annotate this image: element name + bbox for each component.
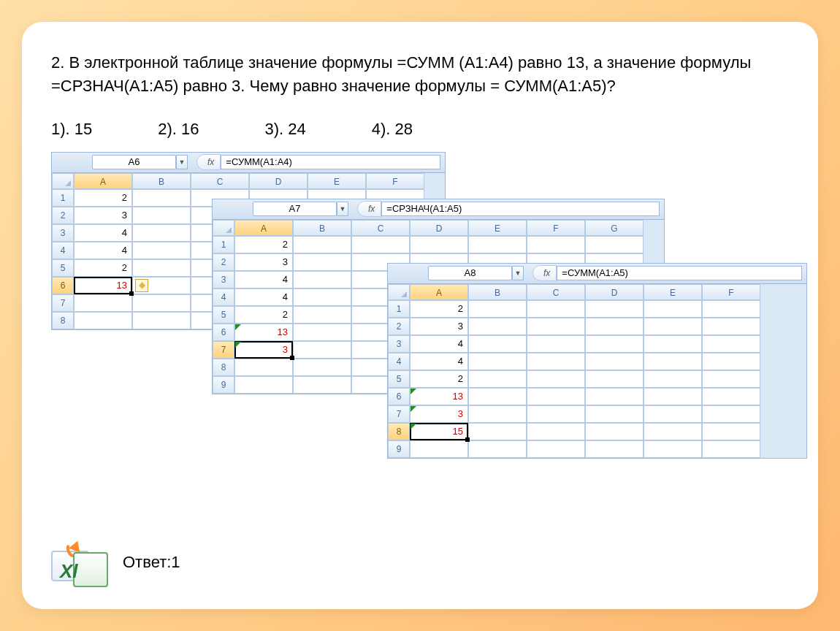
row-header[interactable]: 4 bbox=[52, 242, 74, 259]
cell[interactable] bbox=[293, 236, 351, 253]
cell[interactable]: 4 bbox=[234, 271, 293, 288]
cell[interactable] bbox=[585, 236, 644, 253]
select-all-corner[interactable] bbox=[52, 173, 74, 189]
row-header[interactable]: 8 bbox=[388, 423, 410, 440]
cell[interactable] bbox=[293, 288, 351, 306]
cell[interactable] bbox=[132, 259, 191, 277]
cell[interactable] bbox=[410, 236, 468, 253]
cell[interactable] bbox=[702, 335, 760, 353]
cell[interactable] bbox=[74, 312, 132, 329]
cell[interactable] bbox=[644, 370, 702, 388]
cell[interactable]: 4 bbox=[410, 335, 468, 353]
column-header[interactable]: C bbox=[351, 220, 410, 236]
column-header[interactable]: C bbox=[191, 173, 249, 189]
cell[interactable] bbox=[585, 423, 644, 440]
cell[interactable] bbox=[527, 335, 585, 353]
cell[interactable] bbox=[702, 300, 760, 318]
cell[interactable] bbox=[293, 324, 351, 341]
cell[interactable] bbox=[527, 388, 585, 405]
row-header[interactable]: 8 bbox=[213, 359, 234, 376]
column-header[interactable]: A bbox=[410, 284, 468, 300]
column-header[interactable]: G bbox=[585, 220, 644, 236]
column-header[interactable]: C bbox=[527, 284, 585, 300]
cell[interactable] bbox=[132, 312, 191, 329]
row-header[interactable]: 5 bbox=[388, 370, 410, 388]
cell[interactable] bbox=[468, 370, 527, 388]
fx-button[interactable]: fx bbox=[532, 265, 557, 281]
cell[interactable] bbox=[527, 300, 585, 318]
column-header[interactable]: E bbox=[468, 220, 527, 236]
cell[interactable] bbox=[644, 335, 702, 353]
row-header[interactable]: 1 bbox=[388, 300, 410, 318]
cell[interactable] bbox=[468, 335, 527, 353]
name-box-dropdown-icon[interactable]: ▼ bbox=[512, 266, 524, 280]
name-box-dropdown-icon[interactable]: ▼ bbox=[176, 155, 188, 169]
row-header[interactable]: 3 bbox=[52, 224, 74, 242]
row-header[interactable]: 7 bbox=[213, 341, 234, 359]
column-header[interactable]: F bbox=[702, 284, 760, 300]
select-all-corner[interactable] bbox=[213, 220, 234, 236]
cell[interactable]: 2 bbox=[74, 189, 132, 207]
cell[interactable]: 2 bbox=[410, 300, 468, 318]
row-header[interactable]: 7 bbox=[52, 294, 74, 312]
cell[interactable] bbox=[527, 423, 585, 440]
name-box[interactable]: A8 bbox=[428, 266, 512, 280]
cell[interactable] bbox=[644, 300, 702, 318]
row-header[interactable]: 9 bbox=[213, 376, 234, 394]
name-box-dropdown-icon[interactable]: ▼ bbox=[337, 202, 348, 216]
cell[interactable] bbox=[585, 405, 644, 423]
cell[interactable]: 2 bbox=[234, 306, 293, 324]
cell[interactable] bbox=[585, 388, 644, 405]
cell[interactable]: 3 bbox=[74, 207, 132, 224]
column-header[interactable]: D bbox=[249, 173, 308, 189]
column-header[interactable]: F bbox=[527, 220, 585, 236]
cell[interactable] bbox=[293, 376, 351, 394]
cell[interactable] bbox=[132, 294, 191, 312]
formula-input[interactable]: =СУММ(A1:A5) bbox=[557, 266, 802, 280]
cell[interactable] bbox=[468, 440, 527, 458]
cell[interactable] bbox=[702, 388, 760, 405]
row-header[interactable]: 3 bbox=[213, 271, 234, 288]
cell[interactable]: 3 bbox=[410, 405, 468, 423]
column-header[interactable]: B bbox=[132, 173, 191, 189]
row-header[interactable]: 4 bbox=[213, 288, 234, 306]
formula-input[interactable]: =СУММ(A1:A4) bbox=[221, 155, 440, 169]
cell[interactable]: 2 bbox=[74, 259, 132, 277]
cell[interactable] bbox=[527, 440, 585, 458]
cell[interactable] bbox=[132, 189, 191, 207]
cell[interactable] bbox=[234, 359, 293, 376]
cell[interactable] bbox=[644, 353, 702, 370]
cell[interactable] bbox=[132, 242, 191, 259]
cell[interactable] bbox=[527, 405, 585, 423]
cell[interactable]: 2 bbox=[410, 370, 468, 388]
cell[interactable] bbox=[293, 271, 351, 288]
row-header[interactable]: 2 bbox=[388, 318, 410, 335]
cell[interactable]: 3 bbox=[234, 253, 293, 271]
column-header[interactable]: A bbox=[234, 220, 293, 236]
column-header[interactable]: D bbox=[585, 284, 644, 300]
column-header[interactable]: B bbox=[468, 284, 527, 300]
cell[interactable] bbox=[527, 236, 585, 253]
row-header[interactable]: 4 bbox=[388, 353, 410, 370]
cell[interactable] bbox=[702, 440, 760, 458]
cell[interactable] bbox=[702, 423, 760, 440]
row-header[interactable]: 6 bbox=[388, 388, 410, 405]
cell[interactable]: 4 bbox=[74, 242, 132, 259]
cell[interactable] bbox=[132, 207, 191, 224]
cell[interactable] bbox=[468, 405, 527, 423]
cell[interactable] bbox=[585, 335, 644, 353]
fx-button[interactable]: fx bbox=[196, 154, 221, 170]
cell[interactable] bbox=[644, 388, 702, 405]
cell[interactable] bbox=[132, 224, 191, 242]
name-box[interactable]: A7 bbox=[253, 202, 337, 216]
cell[interactable]: 3 bbox=[410, 318, 468, 335]
error-indicator-icon[interactable]: ◆ bbox=[135, 279, 148, 292]
row-header[interactable]: 2 bbox=[52, 207, 74, 224]
name-box[interactable]: A6 bbox=[92, 155, 176, 169]
cell[interactable]: 4 bbox=[410, 353, 468, 370]
cell[interactable] bbox=[293, 341, 351, 359]
cell[interactable]: 2 bbox=[234, 236, 293, 253]
cell[interactable]: 13 bbox=[234, 324, 293, 341]
cell[interactable] bbox=[527, 370, 585, 388]
cell[interactable]: 13 bbox=[410, 388, 468, 405]
